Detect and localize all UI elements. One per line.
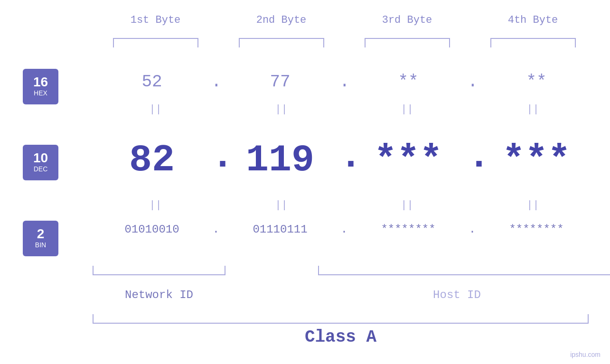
dec-num: 10 (33, 151, 48, 165)
eq2-b2: || (218, 199, 344, 211)
dec-badge: 10 DEC (23, 145, 58, 180)
bracket-inner-4 (490, 38, 576, 47)
eq1-b2: || (218, 103, 344, 115)
hex-dot1: . (211, 72, 221, 92)
eq1-b4: || (470, 103, 596, 115)
bracket-byte1 (93, 38, 218, 47)
hex-dot2: . (339, 72, 349, 92)
bracket-inner-1 (113, 38, 198, 47)
bin-badge: 2 BIN (23, 221, 58, 256)
eq2-b4: || (470, 199, 596, 211)
bottom-bracket-row (93, 266, 596, 275)
byte4-header: 4th Byte (470, 14, 596, 26)
bin-row: 01010010 . 01110111 . ******** . *******… (93, 223, 596, 236)
big-bracket (93, 314, 589, 324)
hex-byte2: 77 (221, 72, 339, 92)
bin-dot3: . (468, 223, 477, 236)
host-id-label: Host ID (318, 289, 596, 301)
dec-byte2: 119 (221, 139, 339, 182)
bracket-inner-3 (365, 38, 450, 47)
network-id-label: Network ID (93, 289, 225, 301)
equals-row2: || || || || (93, 199, 596, 211)
bracket-byte4 (470, 38, 596, 47)
eq2-b3: || (344, 199, 470, 211)
dec-byte3: *** (349, 139, 468, 182)
dec-row: 82 . 119 . *** . *** (93, 138, 596, 183)
bin-byte4: ******** (477, 223, 596, 236)
class-label: Class A (93, 327, 589, 347)
dec-byte4: *** (477, 139, 596, 182)
hex-row: 52 . 77 . ** . ** (93, 72, 596, 92)
hex-num: 16 (33, 75, 48, 89)
bin-num: 2 (37, 227, 45, 241)
dec-dot2: . (339, 138, 349, 183)
byte1-header: 1st Byte (93, 14, 218, 26)
dec-name: DEC (34, 165, 48, 174)
byte2-header: 2nd Byte (218, 14, 344, 26)
dec-byte1: 82 (93, 139, 211, 182)
bracket-byte3 (344, 38, 470, 47)
hex-name: HEX (34, 89, 47, 98)
watermark: ipshu.com (570, 351, 601, 358)
bin-byte3: ******** (349, 223, 468, 236)
bin-byte1: 01010010 (93, 223, 211, 236)
main-container: 1st Byte 2nd Byte 3rd Byte 4th Byte 16 H… (0, 0, 610, 364)
top-bracket-row (93, 38, 596, 47)
bin-byte2: 01110111 (221, 223, 339, 236)
byte-headers: 1st Byte 2nd Byte 3rd Byte 4th Byte (93, 14, 596, 26)
byte3-header: 3rd Byte (344, 14, 470, 26)
bin-dot2: . (339, 223, 349, 236)
bracket-inner-2 (239, 38, 324, 47)
hex-byte1: 52 (93, 72, 211, 92)
hex-byte3: ** (349, 72, 468, 92)
bin-dot1: . (211, 223, 221, 236)
hex-badge: 16 HEX (23, 69, 58, 104)
dec-dot3: . (468, 138, 477, 183)
eq2-b1: || (93, 199, 218, 211)
hex-dot3: . (468, 72, 477, 92)
eq1-b1: || (93, 103, 218, 115)
base-labels: 16 HEX 10 DEC 2 BIN (23, 69, 58, 297)
bracket-byte2 (218, 38, 344, 47)
dec-dot1: . (211, 138, 221, 183)
bottom-bracket-right (318, 266, 610, 275)
eq1-b3: || (344, 103, 470, 115)
equals-row1: || || || || (93, 103, 596, 115)
bottom-bracket-left (93, 266, 225, 275)
hex-byte4: ** (477, 72, 596, 92)
bin-name: BIN (35, 241, 46, 250)
